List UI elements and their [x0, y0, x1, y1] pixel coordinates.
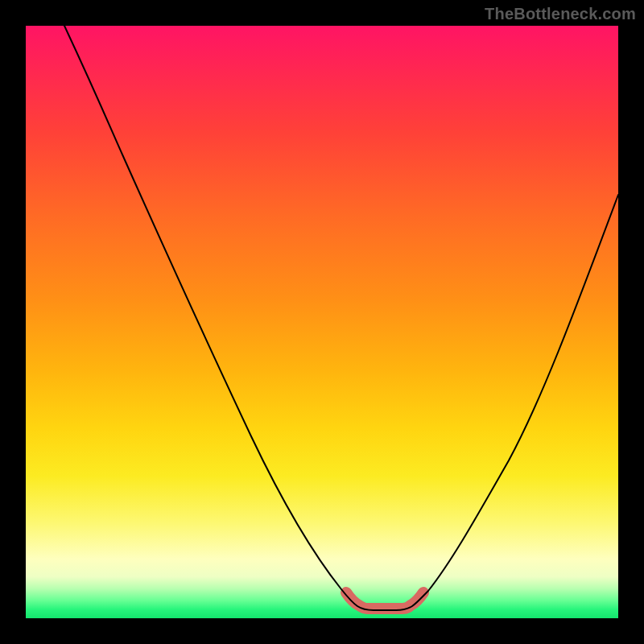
- curve-layer: [26, 26, 618, 618]
- watermark-text: TheBottleneck.com: [485, 5, 636, 23]
- black-curve-path: [64, 26, 618, 610]
- chart-frame: TheBottleneck.com: [0, 0, 644, 644]
- plot-area: [26, 26, 618, 618]
